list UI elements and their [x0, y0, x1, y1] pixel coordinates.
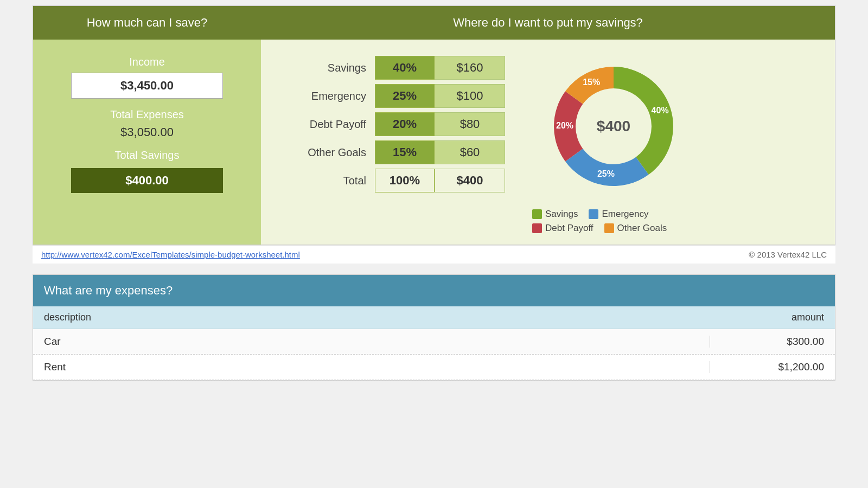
savings-row: Other Goals 15% $60 — [277, 140, 505, 164]
legend-item: Savings — [532, 209, 578, 220]
savings-row-label: Savings — [277, 62, 375, 74]
legend-swatch — [589, 209, 598, 219]
total-savings-value: $400.00 — [71, 168, 223, 193]
table-row: Rent $1,200.00 — [33, 355, 835, 380]
total-savings-label: Total Savings — [115, 149, 180, 162]
income-label: Income — [129, 56, 165, 68]
expenses-rows: Car $300.00 Rent $1,200.00 — [33, 329, 835, 380]
legend-label: Emergency — [602, 209, 648, 220]
savings-row-pct: 40% — [375, 56, 435, 80]
footer-link[interactable]: http://www.vertex42.com/ExcelTemplates/s… — [41, 250, 300, 259]
copyright: © 2013 Vertex42 LLC — [749, 250, 827, 259]
expenses-section: What are my expenses? description amount… — [33, 274, 835, 381]
savings-row: Savings 40% $160 — [277, 56, 505, 80]
expense-amt: $300.00 — [716, 336, 824, 348]
expense-amt: $1,200.00 — [716, 361, 824, 373]
savings-table: Savings 40% $160 Emergency 25% $100 Debt… — [277, 56, 505, 197]
savings-row-amt: $160 — [435, 56, 505, 80]
chart-area: 40%25%20%15% $400 Savings Emergency Debt… — [532, 50, 695, 234]
expenses-header: What are my expenses? — [33, 275, 835, 306]
total-expenses-label: Total Expenses — [110, 108, 184, 121]
savings-row-pct: 25% — [375, 84, 435, 108]
row-separator — [710, 361, 710, 373]
legend-label: Other Goals — [617, 223, 667, 234]
right-panel: Where do I want to put my savings? Savin… — [261, 6, 835, 245]
chart-legend: Savings Emergency Debt Payoff Other Goal… — [532, 209, 695, 234]
savings-row-label: Emergency — [277, 90, 375, 102]
legend-item: Debt Payoff — [532, 223, 593, 234]
left-body: Income $3,450.00 Total Expenses $3,050.0… — [33, 40, 261, 245]
left-panel: How much can I save? Income $3,450.00 To… — [33, 6, 261, 245]
svg-text:25%: 25% — [597, 169, 615, 178]
expense-desc: Rent — [44, 361, 704, 373]
income-value[interactable]: $3,450.00 — [71, 73, 223, 99]
savings-row: Emergency 25% $100 — [277, 84, 505, 108]
savings-row-amt: $60 — [435, 140, 505, 164]
donut-chart: 40%25%20%15% $400 — [538, 50, 690, 202]
legend-item: Emergency — [589, 209, 648, 220]
right-body: Savings 40% $160 Emergency 25% $100 Debt… — [261, 40, 835, 245]
donut-center-label: $400 — [597, 118, 630, 135]
row-separator — [710, 336, 710, 348]
savings-row-pct: 100% — [375, 169, 435, 192]
legend-label: Debt Payoff — [545, 223, 593, 234]
legend-swatch — [532, 209, 542, 219]
savings-row-amt: $80 — [435, 112, 505, 136]
savings-row-pct: 15% — [375, 140, 435, 164]
svg-text:20%: 20% — [556, 121, 573, 130]
savings-row-label: Other Goals — [277, 146, 375, 159]
expense-desc: Car — [44, 336, 704, 348]
legend-label: Savings — [545, 209, 578, 220]
legend-swatch — [532, 223, 542, 233]
expenses-subheader: description amount — [33, 306, 835, 329]
svg-text:15%: 15% — [583, 78, 600, 87]
right-header: Where do I want to put my savings? — [261, 6, 835, 40]
savings-row-amt: $400 — [435, 169, 505, 192]
expenses-col-amt: amount — [716, 312, 824, 323]
legend-swatch — [604, 223, 614, 233]
donut-segment-emergency — [565, 149, 649, 186]
savings-row-label: Debt Payoff — [277, 118, 375, 131]
savings-row-amt: $100 — [435, 84, 505, 108]
savings-row: Debt Payoff 20% $80 — [277, 112, 505, 136]
legend-item: Other Goals — [604, 223, 667, 234]
footer-link-area: http://www.vertex42.com/ExcelTemplates/s… — [33, 245, 835, 264]
expenses-col-desc: description — [44, 312, 716, 323]
left-header: How much can I save? — [33, 6, 261, 40]
svg-text:40%: 40% — [652, 106, 669, 115]
savings-row: Total 100% $400 — [277, 169, 505, 192]
total-expenses-value: $3,050.00 — [120, 125, 174, 139]
table-row: Car $300.00 — [33, 329, 835, 355]
savings-row-pct: 20% — [375, 112, 435, 136]
savings-row-label: Total — [277, 175, 375, 187]
